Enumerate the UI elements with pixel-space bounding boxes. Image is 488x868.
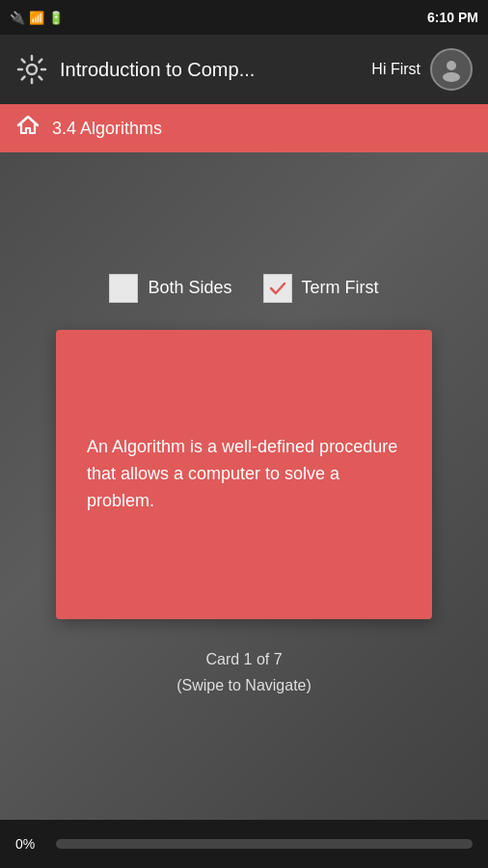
svg-point-1 [447,61,456,70]
avatar[interactable] [430,48,473,91]
signal-icons: 📶 🔋 [29,11,64,25]
main-content: Both Sides Term First An Algorithm is a … [0,152,488,820]
term-first-checkbox[interactable] [263,274,292,303]
header-left: Introduction to Comp... [15,53,255,86]
card-info: Card 1 of 7 (Swipe to Navigate) [176,646,312,698]
header: Introduction to Comp... Hi First [0,35,488,104]
status-time: 6:10 PM [427,10,478,25]
svg-point-0 [27,65,37,74]
status-bar: 🔌 📶 🔋 6:10 PM [0,0,488,35]
header-title: Introduction to Comp... [60,59,255,81]
both-sides-checkbox[interactable] [109,274,138,303]
both-sides-option[interactable]: Both Sides [109,274,231,303]
status-icons: 🔌 📶 🔋 [10,11,64,25]
card-swipe-hint: (Swipe to Navigate) [176,672,312,698]
section-bar: 3.4 Algorithms [0,104,488,152]
progress-label: 0% [15,836,44,852]
header-greeting: Hi First [371,61,420,78]
term-first-option[interactable]: Term First [263,274,379,303]
home-icon[interactable] [15,113,41,144]
progress-track [56,839,473,849]
term-first-label: Term First [302,278,379,298]
options-row: Both Sides Term First [109,274,378,303]
svg-point-2 [443,72,460,82]
header-right: Hi First [371,48,473,91]
gear-icon[interactable] [15,53,48,86]
both-sides-label: Both Sides [148,278,231,298]
flashcard-text: An Algorithm is a well-defined procedure… [87,434,401,515]
card-counter: Card 1 of 7 [176,646,312,672]
section-title: 3.4 Algorithms [52,119,162,139]
progress-bar-area: 0% [0,820,488,868]
usb-icon: 🔌 [10,11,25,25]
flashcard[interactable]: An Algorithm is a well-defined procedure… [56,330,432,619]
